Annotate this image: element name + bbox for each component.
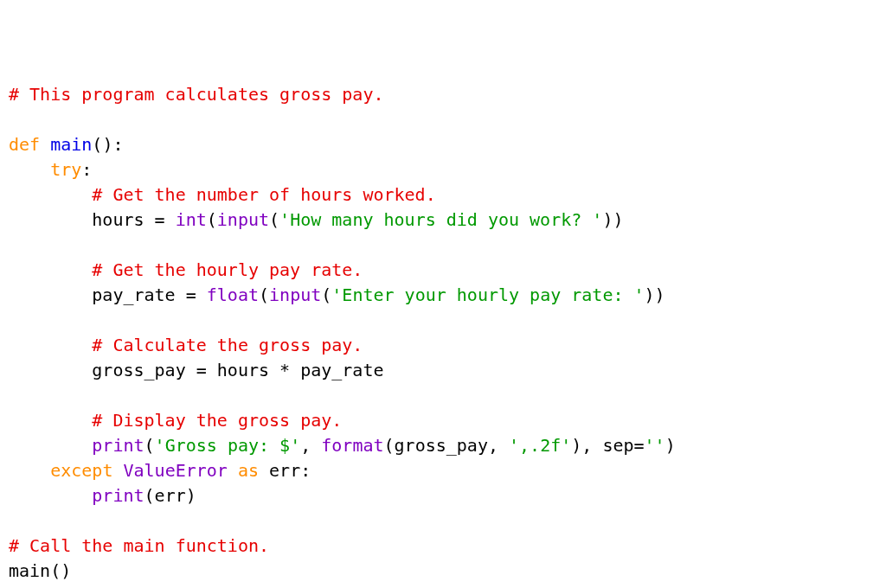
code-token (9, 435, 92, 456)
code-token (9, 159, 50, 180)
code-token: # Call the main function. (9, 535, 269, 556)
code-block: # This program calculates gross pay. def… (9, 82, 877, 584)
code-token: 'Enter your hourly pay rate: ' (331, 284, 644, 305)
code-token: except (50, 460, 112, 481)
code-line: print('Gross pay: $', format(gross_pay, … (9, 435, 676, 456)
code-token: ( (259, 284, 269, 305)
code-token (40, 134, 50, 155)
code-token: 'Gross pay: $' (155, 435, 301, 456)
code-token: ( (207, 209, 217, 230)
code-line: except ValueError as err: (9, 460, 311, 481)
code-line: hours = int(input('How many hours did yo… (9, 209, 623, 230)
code-token: '' (645, 435, 665, 456)
code-token (9, 259, 92, 280)
code-token: ValueError (123, 460, 227, 481)
code-line: # Get the number of hours worked. (9, 184, 436, 205)
code-token: )) (602, 209, 623, 230)
code-token: ) (665, 435, 676, 456)
code-token: int (176, 209, 207, 230)
code-token (9, 184, 92, 205)
code-line: # Display the gross pay. (9, 410, 342, 431)
code-line: print(err) (9, 485, 196, 506)
code-token: : (81, 159, 92, 180)
code-token: (gross_pay, (384, 435, 510, 456)
code-line: try: (9, 159, 92, 180)
code-token: hours = (9, 209, 176, 230)
code-token: input (217, 209, 269, 230)
code-line: # This program calculates gross pay. (9, 84, 383, 105)
code-line: def main(): (9, 134, 123, 155)
code-token: main() (9, 560, 71, 581)
code-token (9, 410, 92, 431)
code-token: def (9, 134, 40, 155)
code-token: # Get the hourly pay rate. (92, 259, 363, 280)
code-line: # Calculate the gross pay. (9, 335, 363, 355)
code-token: pay_rate = (9, 284, 207, 305)
code-token: )) (645, 284, 665, 305)
code-token: # This program calculates gross pay. (9, 84, 383, 105)
code-token (9, 485, 92, 506)
code-token: # Calculate the gross pay. (92, 335, 363, 355)
code-token: print (92, 435, 144, 456)
code-token: format (321, 435, 383, 456)
code-token: err: (259, 460, 311, 481)
code-token: , (300, 435, 321, 456)
code-line: main() (9, 560, 71, 581)
code-token: try (50, 159, 81, 180)
code-token: ( (269, 209, 279, 230)
code-token: input (269, 284, 321, 305)
code-token: # Get the number of hours worked. (92, 184, 435, 205)
code-token: ( (321, 284, 331, 305)
code-token: 'How many hours did you work? ' (279, 209, 602, 230)
code-token: float (207, 284, 259, 305)
code-line: # Get the hourly pay rate. (9, 259, 363, 280)
code-line: # Call the main function. (9, 535, 269, 556)
code-token: main (50, 134, 92, 155)
code-token (112, 460, 123, 481)
code-line: pay_rate = float(input('Enter your hourl… (9, 284, 665, 305)
code-token: gross_pay = hours * pay_rate (9, 360, 383, 380)
code-line: gross_pay = hours * pay_rate (9, 360, 383, 380)
code-token: ',.2f' (509, 435, 571, 456)
code-token (228, 460, 238, 481)
code-token: ), sep= (571, 435, 644, 456)
code-token: # Display the gross pay. (92, 410, 342, 431)
code-token (9, 335, 92, 355)
code-token: ( (144, 435, 155, 456)
code-token: print (92, 485, 144, 506)
code-token: (err) (144, 485, 196, 506)
code-token: as (238, 460, 259, 481)
code-token: (): (92, 134, 123, 155)
code-token (9, 460, 50, 481)
